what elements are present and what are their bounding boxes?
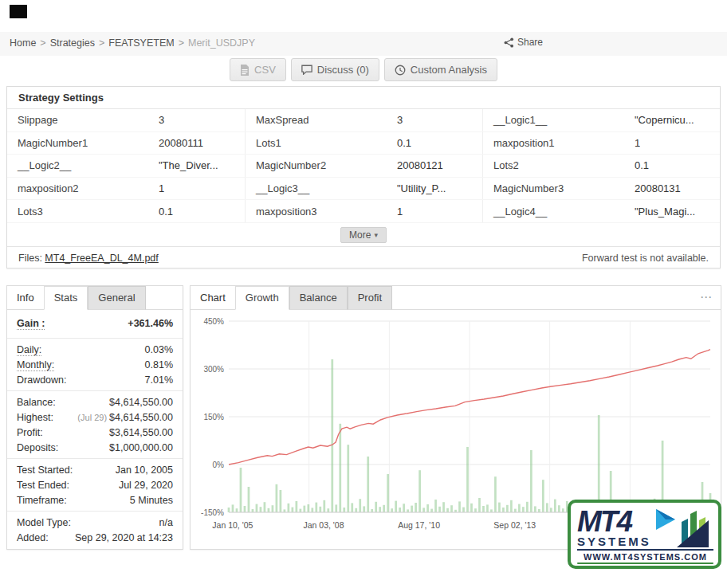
settings-cell: __Logic1__"Copernicu... xyxy=(482,109,720,131)
info-label: Highest: xyxy=(17,412,53,423)
info-value: Sep 29, 2020 at 14:23 xyxy=(75,532,173,543)
info-value: (Jul 29)$4,614,550.00 xyxy=(77,412,173,423)
settings-row: MagicNumber120080111Lots10.1maxposition1… xyxy=(7,132,720,155)
setting-value: "Plus_Magi... xyxy=(635,206,695,218)
setting-value: 3 xyxy=(159,114,164,126)
info-row: Model Type:n/a xyxy=(7,515,183,530)
info-label: Drawdown: xyxy=(17,374,67,386)
info-section: Daily:0.03%Monthly:0.81%Drawdown:7.01% xyxy=(7,339,183,391)
settings-cell: Slippage3 xyxy=(7,109,245,131)
setting-value: 0.1 xyxy=(397,137,411,149)
info-label[interactable]: Gain : xyxy=(17,318,45,329)
info-label: Deposits: xyxy=(17,442,58,453)
tab-chart[interactable]: Chart xyxy=(191,286,235,309)
info-row: Gain :+361.46% xyxy=(7,313,183,335)
setting-label: Lots2 xyxy=(483,159,635,171)
setting-value: 0.1 xyxy=(635,159,649,171)
info-row: Test Started:Jan 10, 2005 xyxy=(7,462,183,477)
more-row: More ▾ xyxy=(7,223,720,246)
setting-value: 1 xyxy=(159,182,164,194)
svg-text:-150%: -150% xyxy=(201,508,224,517)
breadcrumb: Home>Strategies>FEATSYETEM>Merit_USDJPY xyxy=(10,37,255,49)
tab-stats[interactable]: Stats xyxy=(44,286,88,310)
settings-cell: MaxSpread3 xyxy=(245,109,482,131)
tab-growth[interactable]: Growth xyxy=(235,286,289,310)
info-value: $1,000,000.00 xyxy=(109,442,173,453)
info-row: Timeframe:5 Minutes xyxy=(7,492,183,508)
info-label: Model Type: xyxy=(17,517,71,528)
svg-text:Aug 17, '10: Aug 17, '10 xyxy=(398,520,440,530)
settings-cell: __Logic4__"Plus_Magi... xyxy=(482,200,720,222)
csv-button[interactable]: CSV xyxy=(230,58,286,81)
svg-text:Jan 03, '08: Jan 03, '08 xyxy=(303,520,344,530)
breadcrumb-separator: > xyxy=(179,37,184,49)
info-section: Balance:$4,614,550.00Highest:(Jul 29)$4,… xyxy=(7,391,183,459)
info-row: Profit:$3,614,550.00 xyxy=(7,425,183,440)
files-cell: Files: MT4_FreeEA_DL_4M.pdf xyxy=(18,253,159,264)
info-value: +361.46% xyxy=(128,318,173,329)
settings-cell: __Logic2__"The_Diver... xyxy=(7,155,245,177)
info-label[interactable]: Daily: xyxy=(17,344,41,355)
breadcrumb-item: Merit_USDJPY xyxy=(188,37,255,49)
info-label[interactable]: Monthly: xyxy=(17,359,54,370)
discuss-label: Discuss (0) xyxy=(317,64,369,76)
csv-file-icon xyxy=(240,65,250,76)
settings-cell: maxposition11 xyxy=(482,132,720,155)
breadcrumb-item[interactable]: Strategies xyxy=(50,37,95,49)
csv-label: CSV xyxy=(254,64,276,76)
info-label: Balance: xyxy=(17,397,56,408)
strategy-settings-card: Strategy Settings Slippage3MaxSpread3__L… xyxy=(6,86,721,269)
setting-label: Slippage xyxy=(7,114,159,126)
info-section: Gain :+361.46% xyxy=(7,310,183,339)
share-button[interactable]: Share xyxy=(504,37,543,48)
info-row: Drawdown:7.01% xyxy=(7,372,183,387)
setting-value: 20080111 xyxy=(159,137,203,149)
custom-analysis-label: Custom Analysis xyxy=(411,64,487,76)
tab-balance[interactable]: Balance xyxy=(289,286,348,310)
setting-value: 20080121 xyxy=(397,159,443,171)
custom-analysis-button[interactable]: Custom Analysis xyxy=(384,58,497,81)
setting-label: MagicNumber1 xyxy=(7,137,159,149)
logo-systems-text: SYSTEMS xyxy=(577,535,651,547)
setting-value: "The_Diver... xyxy=(159,159,218,171)
settings-cell: MagicNumber320080131 xyxy=(482,178,720,200)
setting-label: MaxSpread xyxy=(246,114,397,126)
info-row: Highest:(Jul 29)$4,614,550.00 xyxy=(7,410,183,425)
more-button[interactable]: More ▾ xyxy=(340,227,387,243)
tab-profit[interactable]: Profit xyxy=(348,286,392,310)
settings-row: Slippage3MaxSpread3__Logic1__"Copernicu.… xyxy=(7,109,720,132)
setting-label: MagicNumber2 xyxy=(246,159,397,171)
setting-label: __Logic1__ xyxy=(483,114,635,126)
info-value: $3,614,550.00 xyxy=(109,427,173,438)
breadcrumb-item[interactable]: Home xyxy=(10,37,36,49)
mt4systems-logo: MT4 SYSTEMS WWW.MT4SYSTEMS.COM xyxy=(568,500,721,569)
logo-chart-icon xyxy=(654,506,712,549)
clock-icon xyxy=(395,65,406,76)
breadcrumb-item[interactable]: FEATSYETEM xyxy=(108,37,174,49)
files-row: Files: MT4_FreeEA_DL_4M.pdf Forward test… xyxy=(7,246,720,269)
breadcrumb-band: Home>Strategies>FEATSYETEM>Merit_USDJPY … xyxy=(0,32,727,56)
setting-label: __Logic3__ xyxy=(246,182,397,194)
settings-row: __Logic2__"The_Diver...MagicNumber220080… xyxy=(7,155,720,178)
setting-value: "Utility_P... xyxy=(397,182,446,194)
strategy-settings-title: Strategy Settings xyxy=(7,87,720,109)
setting-value: 1 xyxy=(397,206,403,218)
file-link[interactable]: MT4_FreeEA_DL_4M.pdf xyxy=(45,253,158,264)
logo-top: MT4 SYSTEMS xyxy=(577,506,713,549)
tab-general[interactable]: General xyxy=(88,286,145,310)
more-label: More xyxy=(349,229,371,241)
info-body: Gain :+361.46%Daily:0.03%Monthly:0.81%Dr… xyxy=(7,310,183,548)
chart-options-icon[interactable]: ⋯ xyxy=(700,286,713,308)
files-label: Files: xyxy=(18,253,42,264)
tab-info[interactable]: Info xyxy=(7,286,44,309)
info-value: $4,614,550.00 xyxy=(109,397,173,408)
setting-label: Lots3 xyxy=(7,206,159,218)
info-label: Profit: xyxy=(17,427,43,438)
settings-cell: __Logic3__"Utility_P... xyxy=(245,178,482,200)
discuss-icon xyxy=(301,65,312,75)
info-label: Test Ended: xyxy=(17,480,69,491)
discuss-button[interactable]: Discuss (0) xyxy=(291,58,379,81)
settings-row: maxposition21__Logic3__"Utility_P...Magi… xyxy=(7,178,720,201)
info-section: Test Started:Jan 10, 2005Test Ended:Jul … xyxy=(7,459,183,512)
svg-text:300%: 300% xyxy=(203,365,224,374)
